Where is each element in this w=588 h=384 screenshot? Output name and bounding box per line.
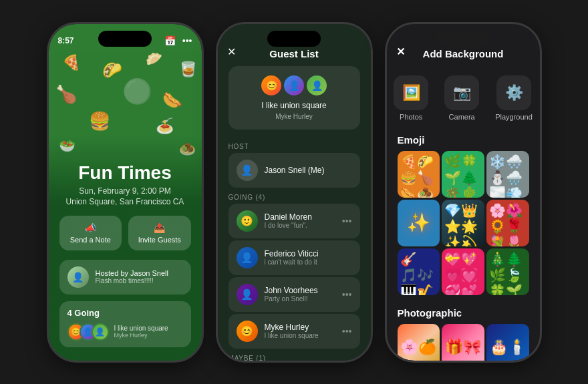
phone-1: 🍕 🌮 🥟 🥃 🍗 🌭 🍔 🍝 🥗 🧆 ⚪ 8:57 <box>47 22 204 363</box>
camera-label: Camera <box>449 113 475 121</box>
calendar-icon[interactable]: 📅 <box>164 35 176 46</box>
host-item-name: Jason Snell (Me) <box>265 166 352 175</box>
guest-note-john: Party on Snell! <box>265 295 335 303</box>
emoji-cell-3[interactable]: ❄️🌨️⛄🌧️🌫️💨 <box>486 151 529 198</box>
send-note-label: Send a Note <box>70 236 111 244</box>
going-section[interactable]: 4 Going 😊 👤 👤 I like union square Myke H… <box>59 301 191 347</box>
more-icon-daniel[interactable]: ••• <box>342 216 352 226</box>
event-location: Union Square, San Francisco CA <box>59 197 191 206</box>
emoji-cell-8[interactable]: 💝💖💗💓💞💕 <box>442 248 484 295</box>
invite-guests-label: Invite Guests <box>138 236 181 244</box>
guest-name-federico: Federico Viticci <box>265 249 352 258</box>
gl-top-card: 😊 👤 👤 I like union square Myke Hurley <box>229 66 360 130</box>
camera-option[interactable]: 📷 Camera <box>444 75 479 121</box>
send-note-icon: 📣 <box>85 222 96 233</box>
gl-event-name: I like union square <box>261 101 326 110</box>
guest-note-myke: I like union square <box>265 332 335 339</box>
photo-cell-3[interactable]: 🎂🕯️ <box>486 324 529 361</box>
phone-2: ✕ Guest List 😊 👤 👤 I like union square M… <box>216 22 373 363</box>
emoji-cell-content-2: 🌿🍀🌱🌲🌴🌵 <box>442 151 484 198</box>
host-item-info: Jason Snell (Me) <box>265 166 352 175</box>
dynamic-island-2 <box>267 31 321 47</box>
emoji-cell-5[interactable]: 💎👑⭐🌟✨💫 <box>442 200 484 246</box>
close-button-3[interactable]: ✕ <box>396 45 405 58</box>
add-background-title: Add Background <box>423 48 504 59</box>
gl-event-host-name: Myke Hurley <box>275 113 313 120</box>
host-item: 👤 Jason Snell (Me) <box>229 153 360 188</box>
guest-info-john: John Voorhees Party on Snell! <box>265 286 335 303</box>
guest-preview-info: I like union square Myke Hurley <box>114 325 168 339</box>
more-icon-myke[interactable]: ••• <box>342 326 352 337</box>
emoji-cell-content-3: ❄️🌨️⛄🌧️🌫️💨 <box>486 151 529 198</box>
emoji-cell-content-5: 💎👑⭐🌟✨💫 <box>442 200 484 246</box>
photo-cell-2[interactable]: 🎁🎀 <box>442 324 484 361</box>
playground-icon: ⚙️ <box>496 75 531 110</box>
more-icon-1[interactable]: ••• <box>182 35 192 46</box>
emoji-cell-content-7: 🎸🎵🎶🎹🎷🎺 <box>398 248 440 295</box>
dynamic-island-1 <box>98 31 152 47</box>
guest-info-myke: Myke Hurley I like union square <box>265 323 335 339</box>
close-button-2[interactable]: ✕ <box>227 45 236 58</box>
emoji-cell-7[interactable]: 🎸🎵🎶🎹🎷🎺 <box>398 248 440 295</box>
more-icon-john[interactable]: ••• <box>342 289 352 300</box>
guest-av-john: 👤 <box>237 284 258 305</box>
event-date: Sun, February 9, 2:00 PM <box>59 186 191 196</box>
photos-icon: 🖼️ <box>394 75 428 110</box>
emoji-cell-9[interactable]: 🎄🌲🌿🍃🍀🌱 <box>486 248 529 295</box>
status-time-1: 8:57 <box>58 36 74 45</box>
send-note-button[interactable]: 📣 Send a Note <box>59 216 122 250</box>
guest-av-daniel: 🙂 <box>237 210 258 232</box>
guest-item-3[interactable]: 😊 Myke Hurley I like union square ••• <box>229 314 360 349</box>
emoji-cell-1[interactable]: 🍕🌮🍔🍗🌭🧆 <box>398 151 440 198</box>
phone3-background: ✕ Add Background 🖼️ Photos 📷 Camera ⚙️ P… <box>387 24 540 361</box>
playground-option[interactable]: ⚙️ Playground <box>495 75 533 121</box>
photo-grid: 🌸🍊 🎁🎀 🎂🕯️ <box>387 324 540 361</box>
invite-guests-icon: 📤 <box>154 222 165 233</box>
guest-note-text: I like union square <box>114 325 168 332</box>
guest-preview-row: 😊 👤 👤 I like union square Myke Hurley <box>67 323 183 341</box>
guest-item-1[interactable]: 👤 Federico Viticci i can't wait to do it <box>229 240 360 275</box>
gl-av-1: 😊 <box>261 75 281 95</box>
dynamic-island-3 <box>436 31 490 47</box>
emoji-grid: 🍕🌮🍔🍗🌭🧆 🌿🍀🌱🌲🌴🌵 ❄️🌨️⛄🌧️🌫️💨 ✨ <box>387 151 540 295</box>
guest-name-john: John Voorhees <box>265 286 335 295</box>
guest-av-myke: 😊 <box>237 321 258 342</box>
photographic-section-label: Photographic <box>387 303 540 324</box>
event-title: Fun Times <box>59 162 191 184</box>
emoji-cell-2[interactable]: 🌿🍀🌱🌲🌴🌵 <box>442 151 484 198</box>
guest-name-myke: Myke Hurley <box>265 323 335 332</box>
guest-item-2[interactable]: 👤 John Voorhees Party on Snell! ••• <box>229 277 360 312</box>
emoji-cell-6[interactable]: 🌸🌺🌻🌹💐🌷 <box>486 200 529 246</box>
section-maybe-label: MAYBE (1) <box>218 351 371 361</box>
guest-note-daniel: I do love "fun". <box>265 222 335 229</box>
guest-note-federico: i can't wait to do it <box>265 258 352 266</box>
guest-name-daniel: Daniel Moren <box>265 212 335 222</box>
emoji-cell-4[interactable]: ✨ <box>398 200 440 246</box>
photos-label: Photos <box>400 113 422 121</box>
guest-item-0[interactable]: 🙂 Daniel Moren I do love "fun". ••• <box>229 204 360 238</box>
guest-av-3: 👤 <box>92 323 109 341</box>
photos-option[interactable]: 🖼️ Photos <box>394 75 428 121</box>
emoji-cell-content-1: 🍕🌮🍔🍗🌭🧆 <box>398 151 440 198</box>
guest-info-federico: Federico Viticci i can't wait to do it <box>265 249 352 266</box>
guest-info-daniel: Daniel Moren I do love "fun". <box>265 212 335 229</box>
invite-guests-button[interactable]: 📤 Invite Guests <box>128 216 191 250</box>
host-name: Hosted by Jason Snell <box>96 269 183 277</box>
host-info: Hosted by Jason Snell Flash mob times!!!… <box>96 269 183 284</box>
emoji-cell-content-9: 🎄🌲🌿🍃🍀🌱 <box>486 248 529 295</box>
phone2-background: ✕ Guest List 😊 👤 👤 I like union square M… <box>218 24 371 361</box>
emoji-section-label: Emoji <box>387 130 540 151</box>
host-item-avatar: 👤 <box>237 160 258 181</box>
emoji-cell-content-6: 🌸🌺🌻🌹💐🌷 <box>486 200 529 246</box>
section-host-label: HOST <box>218 139 371 153</box>
host-note: Flash mob times!!!!! <box>96 277 183 284</box>
guest-av-federico: 👤 <box>237 247 258 268</box>
guest-name-text: Myke Hurley <box>114 332 168 339</box>
gl-av-3: 👤 <box>307 75 327 95</box>
phone1-content: Fun Times Sun, February 9, 2:00 PM Union… <box>49 136 202 361</box>
photo-cell-1[interactable]: 🌸🍊 <box>398 324 440 361</box>
avatar-group: 😊 👤 👤 <box>67 323 109 341</box>
section-going-label: GOING (4) <box>218 190 371 204</box>
ab-options-row: 🖼️ Photos 📷 Camera ⚙️ Playground <box>387 69 540 130</box>
hosted-by-section: 👤 Hosted by Jason Snell Flash mob times!… <box>59 260 191 295</box>
